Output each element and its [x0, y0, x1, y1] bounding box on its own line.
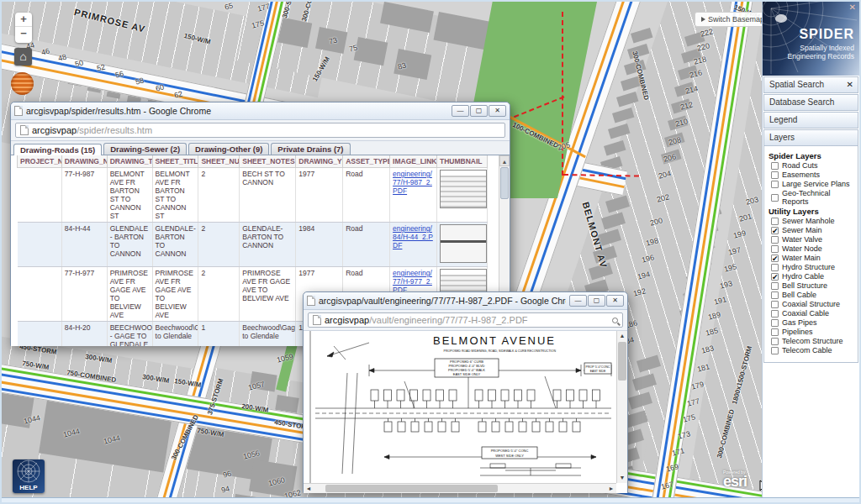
- switch-basemap-button[interactable]: Switch Basemap: [695, 12, 771, 27]
- column-header[interactable]: SHEET_TITLE: [152, 155, 198, 168]
- column-header[interactable]: PROJECT_NUM: [18, 155, 62, 168]
- table-cell: [436, 168, 487, 223]
- layer-checkbox[interactable]: [771, 301, 779, 308]
- results-url-field[interactable]: arcgisvpap/spider/results.htm: [15, 123, 505, 138]
- note-box-east: PROPOSED 6" CURB PROPOSED 4'-0" BLVD PRO…: [435, 359, 499, 377]
- pdf-window: arcgisvpap/vault/engineering/77/77-H-987…: [303, 291, 628, 493]
- layer-checkbox[interactable]: ✔: [771, 227, 779, 234]
- layer-item-hydro-cable[interactable]: ✔Hydro Cable: [771, 272, 855, 281]
- sidebar-panel-spatial-search[interactable]: Spatial Search✕: [763, 76, 858, 93]
- sidebar-panel-layers[interactable]: Layers: [763, 129, 858, 146]
- layer-checkbox[interactable]: [771, 245, 779, 253]
- scroll-up-arrow[interactable]: ▲: [499, 155, 510, 166]
- results-tab[interactable]: Drawing-Other (9): [188, 143, 269, 155]
- results-tab[interactable]: Drawing-Roads (15): [13, 144, 102, 155]
- layer-item-water-valve[interactable]: Water Valve: [771, 235, 855, 244]
- layer-item-road-cuts[interactable]: Road Cuts: [771, 161, 855, 170]
- layer-item-geo-technical-reports[interactable]: Geo-Technical Reports: [771, 189, 855, 206]
- layer-item-coaxial-structure[interactable]: Coaxial Structure: [771, 300, 855, 308]
- scroll-right-arrow[interactable]: ►: [606, 484, 616, 493]
- layer-item-telecom-structure[interactable]: Telecom Structure: [771, 337, 855, 345]
- url-host: arcgisvpap: [325, 315, 369, 325]
- layer-group-heading: Utility Layers: [769, 207, 855, 216]
- triangle-icon: [701, 17, 705, 22]
- column-header[interactable]: SHEET_NUMBE: [198, 155, 240, 168]
- table-cell: 2: [198, 267, 240, 322]
- pdf-horizontal-scrollbar[interactable]: ◄ ►: [304, 483, 616, 493]
- layer-checkbox[interactable]: ✔: [771, 255, 779, 262]
- maximize-button[interactable]: ▢: [470, 105, 488, 117]
- layer-checkbox[interactable]: [771, 162, 779, 170]
- column-header[interactable]: DRAWING_NUM: [61, 155, 107, 168]
- scroll-down-arrow[interactable]: ▼: [617, 473, 627, 483]
- layer-item-easements[interactable]: Easements: [771, 171, 855, 179]
- close-button[interactable]: ✕: [606, 295, 624, 307]
- help-button[interactable]: HELP: [13, 459, 45, 493]
- table-cell: 2: [198, 223, 240, 267]
- scroll-left-arrow[interactable]: ◄: [304, 484, 314, 493]
- results-window-titlebar[interactable]: arcgisvpap/spider/results.htm - Google C…: [11, 102, 510, 120]
- layer-item-pipelines[interactable]: Pipelines: [771, 328, 855, 336]
- panel-close-icon[interactable]: ✕: [847, 77, 853, 92]
- layer-item-gas-pipes[interactable]: Gas Pipes: [771, 318, 855, 327]
- column-header[interactable]: THUMBNAIL: [436, 155, 487, 168]
- layer-checkbox[interactable]: [771, 282, 779, 290]
- layer-item-water-main[interactable]: ✔Water Main: [771, 254, 855, 262]
- layer-checkbox[interactable]: [771, 319, 779, 327]
- layer-checkbox[interactable]: ✔: [771, 273, 779, 281]
- scroll-up-arrow[interactable]: ▲: [617, 331, 627, 341]
- layer-checkbox[interactable]: [771, 347, 779, 354]
- layer-checkbox[interactable]: [771, 236, 779, 244]
- page-icon: [307, 296, 315, 306]
- layer-item-bell-structure[interactable]: Bell Structure: [771, 281, 855, 290]
- column-header[interactable]: SHEET_NOTES: [240, 155, 296, 168]
- results-tab[interactable]: Private Drains (7): [271, 143, 350, 155]
- pdf-window-titlebar[interactable]: arcgisvpap/vault/engineering/77/77-H-987…: [304, 292, 627, 310]
- pdf-url-field[interactable]: arcgisvpap/vault/engineering/77/77-H-987…: [308, 312, 623, 328]
- layer-checkbox[interactable]: [771, 291, 779, 299]
- layer-checkbox[interactable]: [771, 218, 779, 225]
- scrollbar-thumb[interactable]: [618, 342, 626, 381]
- layer-checkbox[interactable]: [771, 264, 779, 271]
- pdf-vertical-scrollbar[interactable]: ▲ ▼: [616, 331, 627, 483]
- sidebar-close-icon[interactable]: ✕: [849, 3, 856, 12]
- zoom-out-button[interactable]: −: [15, 27, 32, 41]
- minimize-button[interactable]: —: [569, 295, 587, 307]
- column-header[interactable]: DRAWING_TITL: [107, 155, 152, 168]
- sidebar-panel-legend[interactable]: Legend: [763, 112, 858, 129]
- close-button[interactable]: ✕: [489, 105, 506, 117]
- scrollbar-thumb[interactable]: [500, 167, 509, 199]
- column-header[interactable]: DRAWING_YEA: [296, 155, 343, 168]
- layer-item-water-node[interactable]: Water Node: [771, 244, 855, 253]
- layer-item-sewer-main[interactable]: ✔Sewer Main: [771, 226, 855, 234]
- results-tab[interactable]: Drawing-Sewer (2): [103, 143, 187, 155]
- layer-item-hydro-structure[interactable]: Hydro Structure: [771, 263, 855, 271]
- drawing-thumbnail[interactable]: [440, 224, 487, 263]
- image-link[interactable]: engineering/77/H-987_2.PDF: [393, 170, 432, 195]
- sidebar-panel-database-search[interactable]: Database Search: [763, 94, 858, 111]
- column-header[interactable]: IMAGE_LINK: [390, 155, 437, 168]
- column-header[interactable]: ASSET_TYPE_D: [343, 155, 390, 168]
- home-button[interactable]: ⌂: [14, 48, 32, 66]
- zoom-in-button[interactable]: +: [15, 13, 32, 27]
- image-link[interactable]: engineering/77/H-977_2.PDF: [393, 269, 432, 294]
- layer-checkbox[interactable]: [771, 171, 779, 179]
- search-icon[interactable]: [612, 318, 618, 323]
- scrollbar-thumb[interactable]: [325, 485, 498, 492]
- layer-checkbox[interactable]: [771, 328, 779, 336]
- layer-checkbox[interactable]: [771, 310, 779, 318]
- layer-checkbox[interactable]: [771, 338, 779, 345]
- layer-label: Telecom Cable: [782, 346, 832, 354]
- drawing-thumbnail[interactable]: [440, 170, 487, 208]
- maximize-button[interactable]: ▢: [588, 295, 605, 307]
- layer-item-large-service-plans[interactable]: Large Service Plans: [771, 180, 855, 188]
- layer-item-telecom-cable[interactable]: Telecom Cable: [771, 346, 855, 354]
- city-logo-icon[interactable]: [11, 72, 34, 95]
- layer-item-bell-cable[interactable]: Bell Cable: [771, 291, 855, 299]
- layer-checkbox[interactable]: [771, 194, 779, 202]
- layer-item-coaxial-cable[interactable]: Coaxial Cable: [771, 309, 855, 318]
- layer-item-sewer-manhole[interactable]: Sewer Manhole: [771, 217, 855, 225]
- layer-checkbox[interactable]: [771, 181, 779, 188]
- minimize-button[interactable]: —: [452, 105, 469, 117]
- image-link[interactable]: engineering/84/H-44_2.PDF: [393, 224, 433, 249]
